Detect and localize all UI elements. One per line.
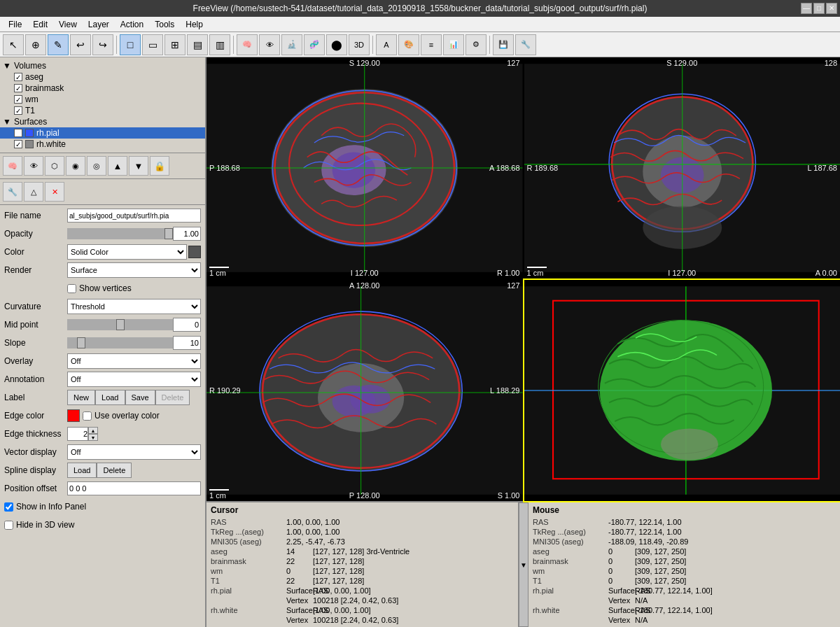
brainmask-checkbox[interactable]: ✓: [14, 84, 22, 92]
icon-lock[interactable]: 🔒: [150, 156, 169, 176]
aseg-checkbox[interactable]: ✓: [14, 73, 22, 81]
toolbar-view-cols[interactable]: ▥: [209, 34, 230, 55]
view-sagittal[interactable]: S 129.00 127 P 188.68 A 188.68 1 cm I 12…: [206, 57, 523, 279]
volume-wm[interactable]: ✓ wm: [0, 94, 205, 105]
toolbar-table[interactable]: ≡: [421, 34, 442, 55]
toolbar-edit[interactable]: ✎: [48, 34, 69, 55]
opacity-slider[interactable]: [67, 228, 173, 239]
midpoint-slider[interactable]: [67, 319, 173, 330]
volume-aseg[interactable]: ✓ aseg: [0, 71, 205, 83]
label-delete-button[interactable]: Delete: [155, 390, 190, 405]
show-info-checkbox[interactable]: [4, 502, 13, 512]
midpoint-row: Mid point: [4, 317, 201, 332]
slope-value[interactable]: [173, 336, 201, 350]
toolbar-brain1[interactable]: 🧠: [237, 34, 258, 55]
hide-3d-checkbox[interactable]: [4, 521, 13, 530]
menu-action[interactable]: Action: [115, 18, 149, 31]
edge-color-swatch[interactable]: [67, 409, 80, 422]
render-select[interactable]: Surface Wireframe Points: [67, 262, 201, 278]
toolbar-view-grid[interactable]: ⊞: [164, 34, 186, 55]
icon-tools2-2[interactable]: △: [24, 182, 43, 202]
surfaces-section[interactable]: ▼ Surfaces: [0, 116, 205, 127]
icon-tools2-3[interactable]: ✕: [45, 182, 64, 202]
edge-thickness-input[interactable]: [67, 427, 88, 441]
toolbar-text[interactable]: A: [376, 34, 397, 55]
rhpial-checkbox[interactable]: ✓: [14, 129, 22, 137]
toolbar-view-rows[interactable]: ▤: [187, 34, 208, 55]
color-picker-btn[interactable]: [188, 246, 201, 258]
view-axial[interactable]: A 128.00 127 R 190.29 L 188.29 1 cm P 12…: [206, 280, 523, 501]
spline-load-button[interactable]: Load: [67, 463, 97, 478]
volume-t1[interactable]: ✓ T1: [0, 105, 205, 116]
toolbar-config[interactable]: 🔧: [515, 34, 536, 55]
menu-file[interactable]: File: [3, 18, 27, 31]
label-save-button[interactable]: Save: [125, 390, 155, 405]
volume-brainmask[interactable]: ✓ brainmask: [0, 83, 205, 94]
menu-help[interactable]: Help: [180, 18, 209, 31]
surface-rhwhite[interactable]: ✓ rh.white: [0, 139, 205, 150]
toolbar-pointer[interactable]: ↖: [3, 34, 24, 55]
mouse-t1-coords: [309, 127, 250]: [635, 577, 836, 585]
vector-display-select[interactable]: Off: [67, 444, 201, 460]
toolbar-rotate[interactable]: ⊕: [25, 34, 46, 55]
color-select[interactable]: Solid Color Heat Scale Color Wheel: [67, 244, 187, 260]
surface-rhpial[interactable]: ✓ rh.pial: [0, 127, 205, 139]
opacity-value[interactable]: [173, 227, 201, 241]
toolbar-brain4[interactable]: 🧬: [304, 34, 325, 55]
toolbar-settings[interactable]: ⚙: [465, 34, 486, 55]
overlay-select[interactable]: Off: [67, 353, 201, 369]
toolbar-redo[interactable]: ↪: [92, 34, 113, 55]
filename-input[interactable]: [67, 209, 201, 223]
toolbar-view-single[interactable]: □: [120, 34, 141, 55]
icon-mesh[interactable]: ⬡: [45, 156, 64, 176]
minimize-button[interactable]: —: [801, 3, 812, 14]
icon-up[interactable]: ▲: [108, 156, 127, 176]
toolbar-brain5[interactable]: ⬤: [326, 34, 347, 55]
label-load-button[interactable]: Load: [95, 390, 125, 405]
edge-thickness-down[interactable]: ▼: [88, 434, 98, 441]
color-label: Color: [4, 247, 67, 257]
slope-slider[interactable]: [67, 337, 173, 348]
icon-brain-left[interactable]: 🧠: [3, 156, 22, 176]
maximize-button[interactable]: □: [813, 3, 825, 14]
show-vertices-checkbox[interactable]: [67, 284, 76, 293]
icon-inflate[interactable]: ◎: [87, 156, 106, 176]
icon-surface[interactable]: ◉: [66, 156, 85, 176]
annotation-select[interactable]: Off: [67, 372, 201, 387]
menu-tools[interactable]: Tools: [149, 18, 180, 31]
icon-tools2-1[interactable]: 🔧: [3, 182, 22, 202]
toolbar-undo[interactable]: ↩: [70, 34, 91, 55]
toolbar-view-2col[interactable]: ▭: [142, 34, 163, 55]
overlay-label: Overlay: [4, 356, 67, 366]
view-3d[interactable]: [524, 280, 841, 501]
toolbar-3d[interactable]: 3D: [349, 34, 370, 55]
cursor-rhwhite-type: SurfaceRAS: [286, 606, 307, 614]
position-offset-input[interactable]: [67, 481, 201, 495]
mouse-mni-key: MNI305 (aseg): [533, 537, 603, 546]
menu-edit[interactable]: Edit: [27, 18, 53, 31]
edge-thickness-up[interactable]: ▲: [88, 427, 98, 434]
wm-checkbox[interactable]: ✓: [14, 95, 22, 104]
cursor-scroll[interactable]: ▼: [519, 502, 528, 627]
spline-delete-button[interactable]: Delete: [97, 463, 132, 478]
toolbar-save[interactable]: 💾: [493, 34, 514, 55]
close-button[interactable]: ✕: [826, 3, 837, 14]
toolbar-color[interactable]: 🎨: [398, 34, 419, 55]
rhwhite-checkbox[interactable]: ✓: [14, 140, 22, 148]
brainmask-label: brainmask: [25, 83, 64, 93]
menu-layer[interactable]: Layer: [83, 18, 115, 31]
view-coronal[interactable]: S 129.00 128 R 189.68 L 187.68 1 cm I 12…: [524, 57, 841, 279]
toolbar-brain2[interactable]: 👁: [259, 34, 280, 55]
use-overlay-checkbox[interactable]: [83, 411, 92, 421]
icon-down[interactable]: ▼: [129, 156, 148, 176]
menu-view[interactable]: View: [53, 18, 83, 31]
view3-scalelabel: 1 cm: [209, 491, 226, 500]
volumes-section[interactable]: ▼ Volumes: [0, 60, 205, 71]
label-new-button[interactable]: New: [67, 390, 95, 405]
t1-checkbox[interactable]: ✓: [14, 106, 22, 115]
toolbar-brain3[interactable]: 🔬: [281, 34, 302, 55]
icon-brain-right[interactable]: 👁: [24, 156, 43, 176]
curvature-select[interactable]: Threshold Binary Off: [67, 299, 201, 314]
midpoint-value[interactable]: [173, 318, 201, 332]
toolbar-graph[interactable]: 📊: [443, 34, 464, 55]
